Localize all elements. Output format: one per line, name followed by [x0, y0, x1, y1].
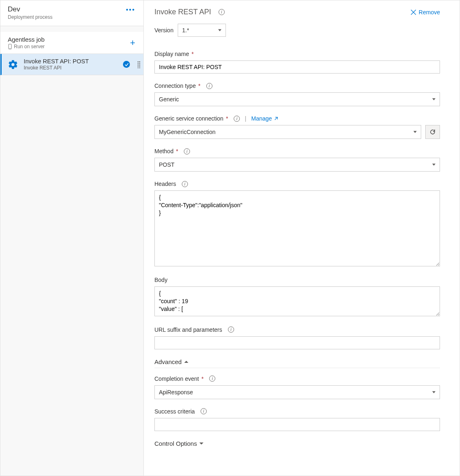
- task-row-selected[interactable]: Invoke REST API: POST Invoke REST API: [0, 54, 143, 75]
- headers-label: Headers: [154, 181, 176, 187]
- info-icon[interactable]: i: [209, 375, 215, 382]
- chevron-down-icon: [432, 164, 435, 166]
- close-icon: [411, 9, 416, 15]
- chevron-down-icon: [432, 391, 435, 393]
- version-label: Version: [154, 27, 174, 34]
- success-criteria-label: Success criteria: [154, 408, 195, 415]
- chevron-down-icon: [413, 131, 417, 133]
- info-icon[interactable]: i: [182, 181, 188, 187]
- chevron-up-icon: [184, 361, 188, 363]
- chevron-down-icon: [218, 29, 221, 31]
- method-label: Method: [154, 148, 174, 154]
- environment-header[interactable]: Dev Deployment process •••: [0, 0, 143, 26]
- completion-event-label: Completion event: [154, 375, 199, 382]
- gear-icon: [7, 59, 19, 70]
- remove-button[interactable]: Remove: [411, 9, 440, 16]
- method-select[interactable]: POST: [154, 158, 440, 172]
- url-suffix-input[interactable]: [154, 336, 440, 349]
- connection-type-select[interactable]: Generic: [154, 92, 440, 106]
- svg-rect-1: [10, 48, 11, 49]
- task-title: Invoke REST API: POST: [24, 58, 118, 65]
- body-textarea[interactable]: [154, 286, 440, 316]
- body-label: Body: [154, 277, 167, 283]
- service-connection-select[interactable]: MyGenericConnection: [154, 125, 421, 139]
- job-subtitle: Run on server: [8, 44, 45, 49]
- info-icon[interactable]: i: [234, 116, 240, 122]
- check-icon: [123, 61, 130, 68]
- advanced-section-toggle[interactable]: Advanced: [154, 358, 440, 368]
- more-icon[interactable]: •••: [124, 5, 137, 14]
- left-panel: Dev Deployment process ••• Agentless job…: [0, 0, 144, 476]
- info-icon[interactable]: i: [201, 408, 207, 414]
- display-name-input[interactable]: [154, 60, 440, 74]
- url-suffix-label: URL suffix and parameters: [154, 326, 222, 333]
- info-icon[interactable]: i: [206, 83, 212, 89]
- service-connection-label: Generic service connection: [154, 115, 223, 122]
- version-select[interactable]: 1.*: [178, 24, 226, 37]
- environment-title: Dev: [8, 5, 52, 13]
- page-title: Invoke REST API: [154, 8, 211, 16]
- display-name-label: Display name: [154, 51, 189, 57]
- chevron-down-icon: [199, 442, 203, 445]
- refresh-icon: [429, 129, 436, 135]
- required-marker: *: [192, 51, 194, 57]
- task-subtitle: Invoke REST API: [24, 65, 118, 71]
- info-icon[interactable]: i: [184, 148, 190, 154]
- completion-event-select[interactable]: ApiResponse: [154, 385, 440, 399]
- external-link-icon: [274, 116, 278, 121]
- info-icon[interactable]: i: [228, 326, 234, 333]
- job-row[interactable]: Agentless job Run on server +: [0, 32, 143, 54]
- add-task-icon[interactable]: +: [127, 38, 138, 48]
- control-options-section-toggle[interactable]: Control Options: [154, 440, 440, 449]
- success-criteria-input[interactable]: [154, 418, 440, 431]
- manage-link[interactable]: Manage: [251, 115, 278, 122]
- environment-subtitle: Deployment process: [8, 14, 52, 20]
- refresh-button[interactable]: [425, 125, 440, 139]
- server-icon: [8, 44, 12, 49]
- drag-handle-icon[interactable]: [137, 61, 140, 68]
- info-icon[interactable]: i: [219, 9, 225, 15]
- headers-textarea[interactable]: [154, 190, 440, 266]
- connection-type-label: Connection type: [154, 83, 196, 89]
- chevron-down-icon: [432, 98, 435, 101]
- right-panel: Invoke REST API i Remove Version 1.* Dis…: [144, 0, 460, 476]
- job-title: Agentless job: [8, 36, 45, 43]
